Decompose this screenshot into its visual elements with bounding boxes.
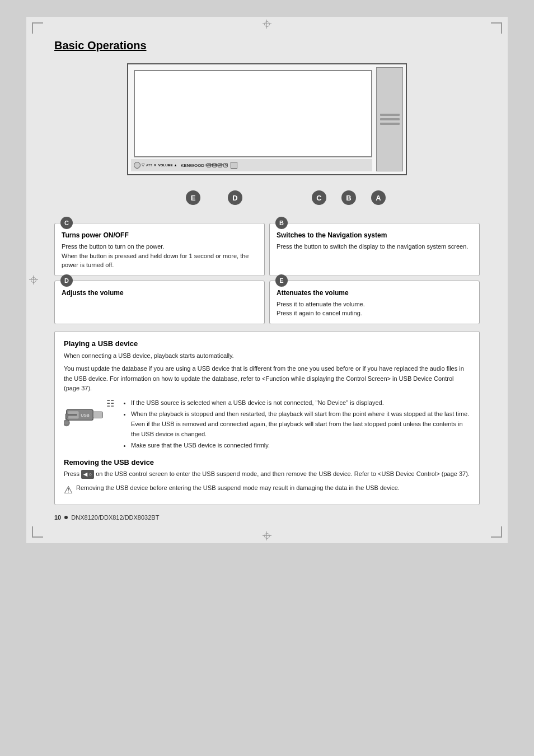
corner-mark-tl: [32, 22, 43, 34]
svg-text:USB: USB: [81, 413, 90, 418]
usb-section: Playing a USB device When connecting a U…: [54, 331, 480, 506]
grid-icon: ☷: [106, 398, 114, 409]
usb-bullet-2: When the playback is stopped and then re…: [131, 409, 470, 439]
info-box-e-label: E: [275, 274, 288, 287]
label-b: B: [341, 190, 356, 205]
info-box-e-title: Attenuates the volume: [277, 289, 472, 297]
footer-dot: [64, 516, 68, 519]
device-controls: ▽ ATT ▼ VOLUME ▲ KENWOOD INFO BND NAV S: [131, 159, 372, 171]
slot-2: [380, 118, 400, 120]
warning-text: Removing the USB device before entering …: [76, 483, 400, 493]
device-right-panel: [376, 67, 403, 171]
usb-bullet-3: Make sure that the USB device is connect…: [131, 441, 470, 451]
kenwood-label: KENWOOD: [180, 163, 204, 168]
eject-btn: [231, 162, 237, 169]
info-box-d: D Adjusts the volume: [54, 281, 265, 324]
usb-section-title: Playing a USB device: [64, 339, 470, 348]
corner-mark-bl: [32, 526, 43, 538]
remove-section: Removing the USB device Press ◀ ○ on the…: [64, 458, 470, 497]
reg-mark-left: [29, 276, 38, 284]
usb-intro: When connecting a USB device, playback s…: [64, 351, 470, 361]
warning-icon: ⚠: [64, 484, 73, 496]
page-number: 10: [54, 514, 61, 521]
info-box-b: B Switches to the Navigation system Pres…: [269, 223, 480, 276]
model-text: DNX8120/DDX812/DDX8032BT: [71, 514, 159, 521]
usb-bullets: If the USB source is selected when a USB…: [122, 398, 470, 452]
label-e: E: [186, 190, 200, 205]
info-box-b-text: Press the button to switch the display t…: [277, 242, 472, 251]
info-box-e-text: Press it to attenuate the volume.Press i…: [277, 300, 472, 318]
info-box-c-title: Turns power ON/OFF: [62, 231, 257, 239]
nav-btn: NAV: [218, 163, 222, 167]
info-box-b-title: Switches to the Navigation system: [277, 231, 472, 239]
s-btn: S: [223, 163, 228, 167]
remove-text: Press ◀ ○ on the USB control screen to e…: [64, 469, 470, 479]
slot-3: [380, 123, 400, 125]
corner-mark-br: [491, 526, 502, 538]
warning-section: ⚠ Removing the USB device before enterin…: [64, 483, 470, 497]
label-d: D: [228, 190, 242, 205]
info-box-e: E Attenuates the volume Press it to atte…: [269, 281, 480, 324]
info-box-c-label: C: [60, 217, 73, 229]
remove-button-icon: ◀ ○: [81, 470, 94, 479]
info-box-d-label: D: [60, 274, 73, 287]
info-box-b-label: B: [275, 217, 288, 229]
info-box-c-text: Press the button to turn on the power.Wh…: [62, 242, 257, 270]
button-labels: E D C B A: [127, 175, 407, 198]
device-screen: [134, 70, 372, 157]
device-diagram: ▽ ATT ▼ VOLUME ▲ KENWOOD INFO BND NAV S …: [54, 63, 480, 198]
reg-mark-top: [263, 20, 271, 29]
svg-rect-2: [93, 412, 102, 418]
remove-title: Removing the USB device: [64, 458, 470, 466]
info-btn: INFO: [207, 163, 211, 167]
bnd-btn: BND: [212, 163, 217, 167]
usb-image: USB ☷: [64, 398, 114, 452]
info-boxes-grid: C Turns power ON/OFF Press the button to…: [54, 223, 480, 324]
slot-1: [380, 114, 400, 116]
usb-stick-svg: USB: [64, 398, 106, 429]
corner-mark-tr: [491, 22, 502, 34]
page-title: Basic Operations: [54, 39, 480, 52]
info-box-c: C Turns power ON/OFF Press the button to…: [54, 223, 265, 276]
usb-content: USB ☷ If the USB source is selected when…: [64, 398, 470, 452]
reg-mark-bottom: [263, 531, 271, 540]
page-footer: 10 DNX8120/DDX812/DDX8032BT: [54, 514, 480, 521]
label-c: C: [312, 190, 326, 205]
power-btn: [134, 162, 140, 169]
device-body: ▽ ATT ▼ VOLUME ▲ KENWOOD INFO BND NAV S: [127, 63, 407, 175]
label-a: A: [371, 190, 386, 205]
usb-bullet-1: If the USB source is selected when a USB…: [131, 398, 470, 408]
info-box-d-title: Adjusts the volume: [62, 289, 257, 297]
usb-body: You must update the database if you are …: [64, 364, 470, 394]
